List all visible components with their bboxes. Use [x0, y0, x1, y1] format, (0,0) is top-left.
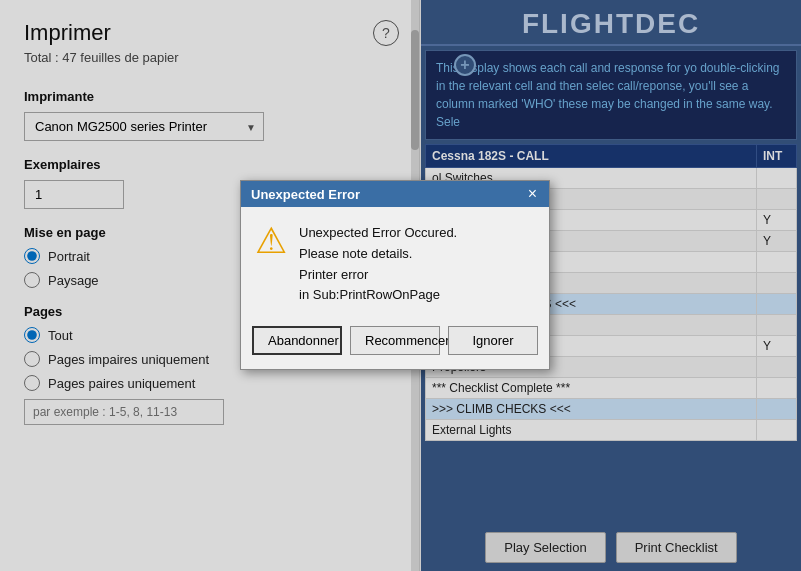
retry-label: Recommencer — [365, 333, 450, 348]
dialog-title: Unexpected Error — [251, 187, 360, 202]
error-dialog: Unexpected Error × ⚠ Unexpected Error Oc… — [240, 180, 550, 370]
dialog-message: Unexpected Error Occured. Please note de… — [299, 223, 457, 306]
error-line3: Printer error — [299, 265, 457, 286]
abandon-label: Abandonner — [268, 333, 339, 348]
error-line2: Please note details. — [299, 244, 457, 265]
abandon-button[interactable]: Abandonner — [252, 326, 342, 355]
warning-icon: ⚠ — [255, 223, 287, 259]
ignore-button[interactable]: Ignorer — [448, 326, 538, 355]
dialog-close-button[interactable]: × — [526, 186, 539, 202]
dialog-body: ⚠ Unexpected Error Occured. Please note … — [241, 207, 549, 318]
dialog-buttons: Abandonner Recommencer Ignorer — [241, 318, 549, 369]
error-line1: Unexpected Error Occured. — [299, 223, 457, 244]
ignore-label: Ignorer — [472, 333, 513, 348]
dialog-titlebar: Unexpected Error × — [241, 181, 549, 207]
error-line4: in Sub:PrintRowOnPage — [299, 285, 457, 306]
retry-button[interactable]: Recommencer — [350, 326, 440, 355]
